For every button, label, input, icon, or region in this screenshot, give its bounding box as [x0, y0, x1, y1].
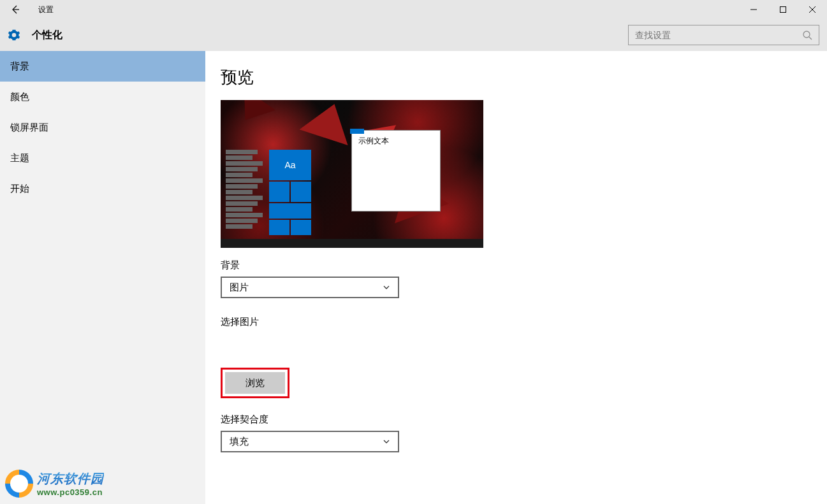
background-dropdown-value: 图片 — [230, 282, 249, 294]
preview-sample-window: 示例文本 — [351, 130, 441, 212]
fit-dropdown[interactable]: 填充 — [221, 431, 399, 452]
browse-button[interactable]: 浏览 — [225, 372, 285, 394]
preview-taskbar — [221, 239, 483, 248]
header: 个性化 — [0, 19, 827, 51]
sidebar-item-start[interactable]: 开始 — [0, 173, 205, 204]
sidebar: 背景 颜色 锁屏界面 主题 开始 — [0, 51, 205, 504]
watermark-logo-icon — [5, 470, 33, 498]
browse-button-label: 浏览 — [245, 377, 265, 388]
sidebar-item-background[interactable]: 背景 — [0, 51, 205, 82]
sidebar-item-lockscreen[interactable]: 锁屏界面 — [0, 112, 205, 143]
minimize-icon — [750, 6, 757, 13]
search-input[interactable] — [635, 30, 801, 40]
content: 背景 颜色 锁屏界面 主题 开始 预览 Aa — [0, 51, 827, 504]
sidebar-item-colors[interactable]: 颜色 — [0, 82, 205, 112]
sidebar-item-themes[interactable]: 主题 — [0, 143, 205, 173]
fit-label: 选择契合度 — [221, 414, 812, 426]
page-title: 个性化 — [32, 29, 62, 42]
main: 预览 Aa 示例文本 — [205, 51, 827, 504]
sidebar-item-label: 颜色 — [10, 91, 29, 103]
background-dropdown[interactable]: 图片 — [221, 277, 399, 298]
maximize-icon — [779, 6, 787, 13]
watermark: 河东软件园 www.pc0359.cn — [5, 470, 104, 498]
minimize-button[interactable] — [739, 0, 768, 19]
choose-picture-label: 选择图片 — [221, 316, 812, 328]
header-left: 个性化 — [8, 29, 62, 42]
search-icon — [802, 30, 812, 40]
sample-text: 示例文本 — [352, 131, 440, 152]
gear-icon — [8, 29, 20, 41]
close-button[interactable] — [798, 0, 827, 19]
svg-rect-0 — [780, 7, 786, 13]
sidebar-item-label: 主题 — [10, 152, 29, 164]
window-controls — [739, 0, 827, 19]
fit-dropdown-value: 填充 — [230, 436, 249, 448]
watermark-url: www.pc0359.cn — [37, 487, 104, 497]
sidebar-item-label: 锁屏界面 — [10, 122, 48, 134]
watermark-text-cn: 河东软件园 — [37, 470, 104, 487]
background-label: 背景 — [221, 259, 812, 271]
arrow-left-icon — [10, 4, 20, 15]
sidebar-item-label: 背景 — [10, 61, 29, 73]
chevron-down-icon — [383, 284, 390, 291]
preview-tile-text: Aa — [269, 150, 311, 180]
maximize-button[interactable] — [768, 0, 798, 19]
browse-highlight: 浏览 — [221, 368, 289, 398]
preview-start-menu: Aa — [226, 150, 314, 239]
preview-heading: 预览 — [221, 66, 812, 89]
search-box[interactable] — [628, 25, 819, 45]
back-button[interactable] — [0, 0, 31, 19]
window-title: 设置 — [38, 4, 54, 15]
titlebar: 设置 — [0, 0, 827, 19]
desktop-preview: Aa 示例文本 — [221, 100, 483, 248]
sidebar-item-label: 开始 — [10, 183, 29, 195]
chevron-down-icon — [383, 438, 390, 445]
titlebar-left: 设置 — [0, 0, 54, 19]
svg-point-1 — [803, 31, 810, 38]
close-icon — [809, 6, 816, 13]
